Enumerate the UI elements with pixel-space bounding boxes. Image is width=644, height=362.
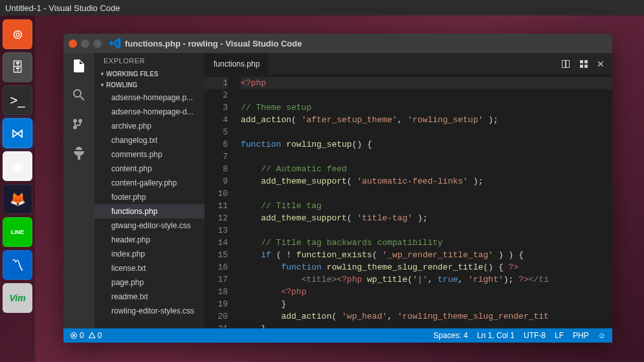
line-number: 3 [205,101,228,114]
file-item[interactable]: gtwang-editor-style.css [94,218,205,233]
launcher-vscode[interactable]: ⋈ [3,118,32,148]
activity-bar [63,53,94,328]
unity-launcher: ⊚🗄>_⋈◉🦊LINE〽Vim [0,16,35,362]
line-number: 9 [205,175,228,187]
file-item[interactable]: functions.php [94,204,205,218]
window-minimize-button[interactable] [81,39,89,48]
launcher-monitor[interactable]: 〽 [3,250,32,280]
code-line[interactable] [241,151,612,163]
editor-tab-bar: functions.php ✕ [205,53,612,74]
file-item[interactable]: page.php [94,275,205,290]
code-line[interactable] [241,187,612,200]
line-number: 7 [205,151,228,163]
launcher-ubuntu[interactable]: ⊚ [3,19,32,49]
code-editor[interactable]: 123456789101112131415161718192021 <?php … [205,74,612,328]
code-line[interactable]: add_theme_support( 'title-tag' ); [241,212,612,224]
code-line[interactable]: function rowling_theme_slug_render_title… [241,261,612,273]
split-editor-icon[interactable] [561,59,571,69]
file-item[interactable]: license.txt [94,261,205,275]
search-activity-icon[interactable] [71,87,87,105]
status-eol[interactable]: LF [555,331,564,340]
file-item[interactable]: adsense-homepage-d... [94,105,205,119]
code-line[interactable]: add_action( 'wp_head', 'rowling_theme_sl… [241,310,612,323]
working-files-header[interactable]: WORKING FILES [94,69,205,80]
code-line[interactable]: add_action( 'after_setup_theme', 'rowlin… [241,114,612,126]
explorer-activity-icon[interactable] [71,58,87,76]
line-number: 15 [205,249,228,261]
window-titlebar[interactable]: functions.php - rowling - Visual Studio … [63,34,612,53]
line-number: 16 [205,261,228,273]
line-number: 21 [205,323,228,328]
file-item[interactable]: footer.php [94,190,205,204]
window-maximize-button[interactable] [93,39,102,48]
launcher-files[interactable]: 🗄 [3,52,32,82]
vscode-window: functions.php - rowling - Visual Studio … [63,34,612,343]
line-number: 18 [205,286,228,298]
line-number: 1 [205,77,228,89]
line-number: 6 [205,138,228,151]
window-title: functions.php - rowling - Visual Studio … [125,39,302,48]
file-item[interactable]: archive.php [94,119,205,133]
git-activity-icon[interactable] [71,116,87,134]
code-line[interactable] [241,224,612,237]
file-item[interactable]: rowling-editor-styles.css [94,304,205,318]
system-menu-bar: Untitled-1 - Visual Studio Code [0,0,644,16]
tab-functions-php[interactable]: functions.php [205,53,269,74]
sidebar-title: EXPLORER [94,53,205,69]
code-line[interactable] [241,126,612,138]
code-line[interactable]: // Automatic feed [241,163,612,175]
explorer-sidebar: EXPLORER WORKING FILES ROWLING adsense-h… [94,53,205,328]
debug-activity-icon[interactable] [71,145,87,163]
status-bar: 0 0 Spaces: 4 Ln 1, Col 1 UTF-8 LF PHP ☺ [63,328,612,343]
code-line[interactable] [241,89,612,101]
code-line[interactable]: if ( ! function_exists( '_wp_render_titl… [241,249,612,261]
file-item[interactable]: adsense-homepage.p... [94,90,205,105]
vscode-icon [109,37,121,49]
file-item[interactable]: index.php [94,247,205,261]
file-item[interactable]: content.php [94,162,205,176]
status-errors[interactable]: 0 [70,331,84,340]
file-item[interactable]: comments.php [94,147,205,162]
code-line[interactable]: } [241,323,612,328]
close-editor-icon[interactable]: ✕ [597,59,605,69]
launcher-chrome[interactable]: ◉ [3,151,32,181]
code-content[interactable]: <?php // Theme setupadd_action( 'after_s… [236,74,612,328]
code-line[interactable]: } [241,298,612,310]
more-actions-icon[interactable] [579,59,589,69]
launcher-line[interactable]: LINE [3,217,32,247]
system-title: Untitled-1 - Visual Studio Code [5,3,120,13]
file-item[interactable]: header.php [94,233,205,247]
status-position[interactable]: Ln 1, Col 1 [477,331,515,340]
line-number: 8 [205,163,228,175]
line-number: 11 [205,200,228,212]
file-item[interactable]: changelog.txt [94,133,205,147]
line-number: 14 [205,237,228,249]
launcher-firefox[interactable]: 🦊 [3,184,32,214]
code-line[interactable]: function rowling_setup() { [241,138,612,151]
launcher-terminal[interactable]: >_ [3,85,32,115]
code-line[interactable]: <?php [241,286,612,298]
code-line[interactable]: // Title tag [241,200,612,212]
launcher-vim[interactable]: Vim [3,283,32,313]
file-item[interactable]: readme.txt [94,290,205,304]
status-spaces[interactable]: Spaces: 4 [434,331,468,340]
file-list: adsense-homepage.p...adsense-homepage-d.… [94,90,205,318]
status-warnings[interactable]: 0 [88,331,102,340]
code-line[interactable]: // Theme setup [241,101,612,114]
line-number: 2 [205,89,228,101]
line-number-gutter: 123456789101112131415161718192021 [205,74,236,328]
code-line[interactable]: // Title tag backwards compatibility [241,237,612,249]
code-line[interactable]: add_theme_support( 'automatic-feed-links… [241,175,612,187]
line-number: 19 [205,298,228,310]
status-encoding[interactable]: UTF-8 [524,331,546,340]
project-header[interactable]: ROWLING [94,80,205,90]
file-item[interactable]: content-gallery.php [94,176,205,190]
line-number: 4 [205,114,228,126]
status-language[interactable]: PHP [573,331,589,340]
line-number: 12 [205,212,228,224]
code-line[interactable]: <title><?php wp_title('|', true, 'right'… [241,273,612,286]
code-line[interactable]: <?php [241,77,612,89]
window-close-button[interactable] [69,39,77,48]
editor-area: functions.php ✕ 123456789101112131415161… [205,53,612,328]
status-feedback-icon[interactable]: ☺ [598,331,606,340]
